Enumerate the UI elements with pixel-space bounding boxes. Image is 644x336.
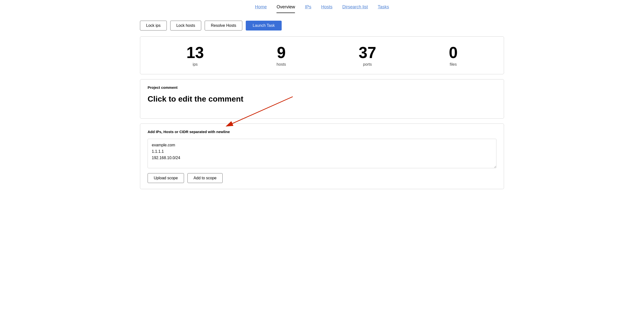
navigation: Home Overview IPs Hosts Dirsearch list T… (0, 0, 644, 13)
stat-hosts: 9 hosts (276, 44, 286, 67)
ports-count: 37 (359, 44, 376, 61)
stat-files: 0 files (449, 44, 458, 67)
action-toolbar: Lock ips Lock hosts Resolve Hosts Launch… (140, 21, 504, 30)
add-to-scope-button[interactable]: Add to scope (188, 173, 222, 183)
files-count: 0 (449, 44, 458, 61)
stat-ips: 13 ips (186, 44, 204, 67)
upload-scope-button[interactable]: Upload scope (148, 173, 184, 183)
nav-item-hosts[interactable]: Hosts (321, 4, 332, 13)
hosts-label: hosts (276, 62, 286, 67)
files-label: files (450, 62, 456, 67)
ports-label: ports (363, 62, 372, 67)
comment-card[interactable]: Project comment Click to edit the commen… (140, 79, 504, 118)
scope-buttons: Upload scope Add to scope (148, 173, 496, 183)
scope-textarea[interactable] (148, 139, 496, 168)
hosts-count: 9 (277, 44, 286, 61)
launch-task-button[interactable]: Launch Task (246, 21, 282, 30)
resolve-hosts-button[interactable]: Resolve Hosts (205, 21, 242, 30)
scope-section-title: Add IPs, Hosts or CIDR separated with ne… (148, 130, 496, 134)
nav-item-dirsearch-list[interactable]: Dirsearch list (342, 4, 368, 13)
comment-section-title: Project comment (148, 85, 496, 90)
stat-ports: 37 ports (359, 44, 376, 67)
comment-editable-text[interactable]: Click to edit the comment (148, 94, 496, 104)
stats-card: 13 ips 9 hosts 37 ports 0 files (140, 36, 504, 74)
scope-card: Add IPs, Hosts or CIDR separated with ne… (140, 124, 504, 189)
nav-item-ips[interactable]: IPs (305, 4, 311, 13)
nav-item-tasks[interactable]: Tasks (378, 4, 389, 13)
nav-item-overview[interactable]: Overview (276, 4, 295, 13)
ips-count: 13 (186, 44, 204, 61)
lock-ips-button[interactable]: Lock ips (140, 21, 167, 30)
ips-label: ips (192, 62, 198, 67)
lock-hosts-button[interactable]: Lock hosts (170, 21, 201, 30)
nav-item-home[interactable]: Home (255, 4, 267, 13)
